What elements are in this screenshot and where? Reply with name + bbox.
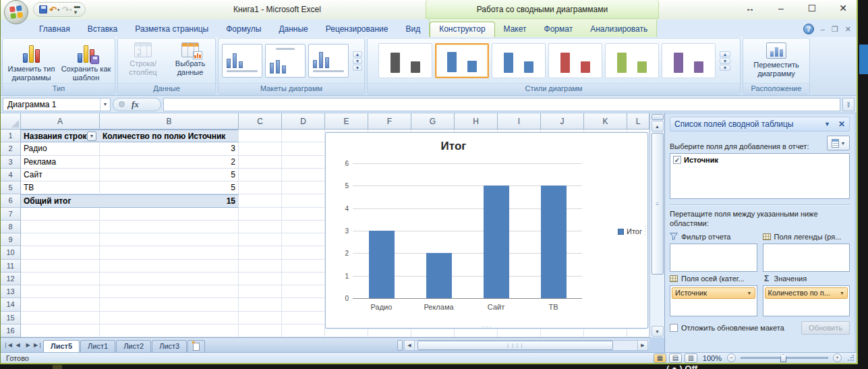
row-header-11[interactable]: 11	[1, 260, 21, 273]
select-all-corner[interactable]	[1, 113, 21, 130]
cell-A16[interactable]	[21, 324, 100, 337]
insert-worksheet-tab[interactable]	[187, 340, 205, 353]
bar-Радио[interactable]	[369, 231, 395, 298]
chart-style-thumbnail-3[interactable]	[492, 43, 546, 78]
field-pill-Количество по п...[interactable]: Количество по п...▼	[765, 287, 848, 299]
ribbon-tab-Вид[interactable]: Вид	[397, 22, 429, 37]
cell-A15[interactable]	[21, 312, 100, 324]
pane-options-dropdown-icon[interactable]: ▼	[824, 121, 830, 127]
cell-C6[interactable]	[239, 194, 282, 207]
sheet-tab-Лист3[interactable]: Лист3	[152, 340, 187, 353]
undo-button[interactable]: ↶▾	[49, 5, 59, 14]
ribbon-tab-Данные[interactable]: Данные	[270, 22, 316, 37]
move-chart-button[interactable]: Переместить диаграмму	[749, 40, 804, 82]
save-button[interactable]	[39, 5, 47, 13]
row-header-1[interactable]: 1	[1, 130, 21, 142]
cell-B5[interactable]: 5	[100, 181, 239, 194]
cell-A4[interactable]: Сайт	[21, 169, 100, 181]
name-box-dropdown-icon[interactable]: ▼	[100, 98, 110, 111]
column-header-F[interactable]: F	[368, 113, 411, 130]
cell-D4[interactable]	[282, 169, 325, 181]
page-break-view-button[interactable]: ▥	[685, 353, 697, 363]
normal-view-button[interactable]: ▦	[654, 353, 666, 363]
cell-C11[interactable]	[239, 260, 282, 273]
ribbon-tab-Рецензирование[interactable]: Рецензирование	[317, 22, 397, 37]
row-header-12[interactable]: 12	[1, 273, 21, 285]
cell-B15[interactable]	[100, 312, 239, 324]
row-header-6[interactable]: 6	[1, 194, 21, 207]
select-data-button[interactable]: Выбрать данные	[167, 40, 213, 82]
column-header-G[interactable]: G	[411, 113, 455, 130]
office-button[interactable]	[4, 0, 28, 24]
ribbon-tab-Анализировать[interactable]: Анализировать	[581, 22, 656, 37]
cell-C3[interactable]	[239, 156, 282, 169]
cell-B9[interactable]	[100, 233, 239, 246]
vertical-scroll-thumb[interactable]: ≡	[652, 133, 664, 275]
row-header-16[interactable]: 16	[1, 324, 21, 337]
tab-split-handle[interactable]	[397, 340, 403, 351]
cell-C8[interactable]	[239, 221, 282, 233]
column-header-K[interactable]: K	[584, 113, 627, 130]
zoom-slider-track[interactable]	[741, 357, 828, 359]
name-box[interactable]: Диаграмма 1 ▼	[3, 98, 111, 111]
insert-function-button[interactable]: fx	[113, 98, 161, 111]
pill-dropdown-icon[interactable]: ▼	[840, 291, 844, 295]
cell-C14[interactable]	[239, 298, 282, 311]
save-as-template-button[interactable]: Сохранить как шаблон	[59, 40, 113, 82]
resize-icon[interactable]: ↔	[745, 3, 755, 13]
cell-D2[interactable]	[282, 142, 325, 155]
chart-resize-handle-right[interactable]: ····	[642, 225, 649, 236]
prev-sheet-icon[interactable]: ◀	[13, 340, 23, 351]
cell-D8[interactable]	[282, 221, 325, 233]
cell-A12[interactable]	[21, 273, 100, 285]
row-header-3[interactable]: 3	[1, 156, 21, 169]
cell-B10[interactable]	[100, 246, 239, 259]
resize-grip[interactable]	[847, 355, 854, 362]
cell-A13[interactable]	[21, 285, 100, 298]
cell-B4[interactable]: 5	[100, 169, 239, 181]
cell-D14[interactable]	[282, 298, 325, 311]
layouts-more-icon[interactable]: ▼	[353, 65, 362, 71]
cell-D15[interactable]	[282, 312, 325, 324]
layouts-scroll-down-icon[interactable]: ▼	[353, 58, 362, 64]
field-checkbox[interactable]: ✓	[673, 156, 681, 164]
bar-Реклама[interactable]	[426, 253, 452, 298]
column-header-A[interactable]: A	[21, 113, 100, 130]
cell-D10[interactable]	[282, 246, 325, 259]
row-header-13[interactable]: 13	[1, 285, 21, 298]
workbook-minimize-button[interactable]: –	[821, 25, 825, 33]
sheet-tab-Лист1[interactable]: Лист1	[80, 340, 115, 353]
cell-A3[interactable]: Реклама	[21, 156, 100, 169]
cell-C2[interactable]	[239, 142, 282, 155]
chart-style-thumbnail-5[interactable]	[605, 43, 659, 78]
update-button[interactable]: Обновить	[801, 321, 850, 335]
cell-B11[interactable]	[100, 260, 239, 273]
column-header-H[interactable]: H	[455, 113, 498, 130]
defer-layout-checkbox[interactable]	[670, 324, 678, 332]
ribbon-tab-Конструктор[interactable]: Конструктор	[430, 22, 494, 37]
column-header-C[interactable]: C	[239, 113, 282, 130]
cell-B14[interactable]	[100, 298, 239, 311]
row-header-2[interactable]: 2	[1, 142, 21, 155]
scroll-down-icon[interactable]: ▼	[652, 326, 664, 337]
help-icon[interactable]: ?	[803, 24, 814, 34]
change-chart-type-button[interactable]: Изменить тип диаграммы	[5, 40, 58, 82]
column-header-I[interactable]: I	[498, 113, 541, 130]
chart-style-thumbnail-6[interactable]	[662, 43, 716, 78]
filter-dropdown-icon[interactable]: ▼	[87, 132, 96, 141]
workbook-restore-button[interactable]: ❐	[832, 25, 838, 34]
vertical-split-handle[interactable]	[652, 114, 664, 120]
cell-B7[interactable]	[100, 208, 239, 221]
row-header-8[interactable]: 8	[1, 221, 21, 233]
row-header-4[interactable]: 4	[1, 169, 21, 181]
row-header-10[interactable]: 10	[1, 246, 21, 259]
next-sheet-icon[interactable]: ▶	[23, 340, 33, 351]
cell-A14[interactable]	[21, 298, 100, 311]
cell-B2[interactable]: 3	[100, 142, 239, 155]
cell-C7[interactable]	[239, 208, 282, 221]
cell-C5[interactable]	[239, 181, 282, 194]
ribbon-tab-Разметка страницы[interactable]: Разметка страницы	[126, 22, 217, 37]
chart-resize-handle-bottom[interactable]: ····	[482, 323, 492, 330]
column-header-L[interactable]: L	[627, 113, 649, 130]
last-sheet-icon[interactable]: ▶❘	[33, 340, 43, 351]
